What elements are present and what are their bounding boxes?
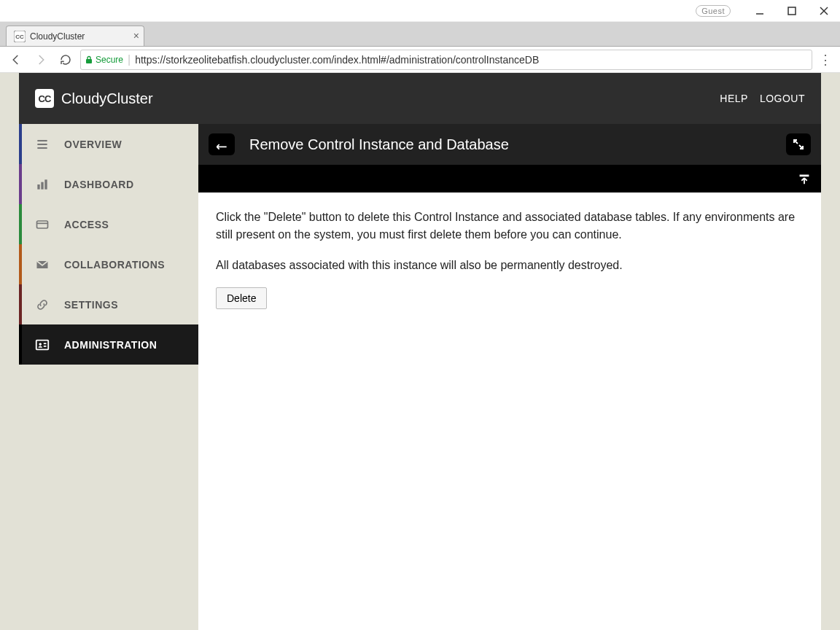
main-panel: Remove Control Instance and Database Cli… xyxy=(198,124,821,630)
browser-toolbar: Secure | https://storkzeolitebatfish.clo… xyxy=(0,47,840,73)
browser-tab[interactable]: CC CloudyCluster × xyxy=(6,26,144,46)
window-maximize-button[interactable] xyxy=(776,0,808,22)
page-viewport: CC CloudyCluster HELP LOGOUT OVERVIEW xyxy=(0,73,840,630)
address-url: https://storkzeolitebatfish.cloudycluste… xyxy=(135,54,539,66)
os-titlebar: Guest xyxy=(0,0,840,22)
svg-rect-16 xyxy=(36,340,49,349)
svg-rect-10 xyxy=(37,184,39,190)
lock-icon xyxy=(85,55,93,64)
sidebar: OVERVIEW DASHBOARD ACCESS xyxy=(19,124,198,630)
header-right: HELP LOGOUT xyxy=(720,93,805,104)
logout-link[interactable]: LOGOUT xyxy=(760,93,805,104)
sidebar-item-label: OVERVIEW xyxy=(64,139,122,150)
nav-back-button[interactable] xyxy=(6,50,26,70)
id-card-icon xyxy=(34,336,51,354)
window-close-button[interactable] xyxy=(808,0,840,22)
favicon-icon: CC xyxy=(14,31,26,42)
page-content: Click the "Delete" button to delete this… xyxy=(198,192,821,630)
app-body: OVERVIEW DASHBOARD ACCESS xyxy=(19,124,821,630)
page-subbar xyxy=(198,165,821,192)
window-minimize-button[interactable] xyxy=(744,0,776,22)
browser-tabstrip: CC CloudyCluster × xyxy=(0,22,840,47)
expand-icon xyxy=(793,139,804,150)
guest-badge: Guest xyxy=(696,5,731,17)
sidebar-item-access[interactable]: ACCESS xyxy=(19,204,198,244)
sidebar-item-label: ACCESS xyxy=(64,219,109,230)
svg-rect-11 xyxy=(41,182,43,189)
svg-rect-6 xyxy=(86,59,92,63)
tab-close-icon[interactable]: × xyxy=(133,31,139,41)
sidebar-item-administration[interactable]: ADMINISTRATION xyxy=(19,324,198,365)
svg-text:CC: CC xyxy=(15,34,24,40)
browser-menu-button[interactable]: ⋮ xyxy=(817,50,834,70)
secure-indicator: Secure xyxy=(85,55,123,65)
svg-point-17 xyxy=(39,343,42,346)
expand-button[interactable] xyxy=(786,133,811,155)
sidebar-item-label: ADMINISTRATION xyxy=(64,339,157,351)
secure-label: Secure xyxy=(96,55,123,65)
page-header: Remove Control Instance and Database xyxy=(198,124,821,165)
nav-forward-button[interactable] xyxy=(31,50,51,70)
app-header: CC CloudyCluster HELP LOGOUT xyxy=(19,73,821,124)
menu-icon xyxy=(34,136,51,153)
upload-icon[interactable] xyxy=(796,171,812,187)
browser-tab-title: CloudyCluster xyxy=(30,31,85,42)
brand-logo-icon: CC xyxy=(35,89,54,108)
address-separator: | xyxy=(128,53,131,66)
sidebar-item-overview[interactable]: OVERVIEW xyxy=(19,124,198,164)
sidebar-item-collaborations[interactable]: COLLABORATIONS xyxy=(19,244,198,284)
link-icon xyxy=(34,296,51,314)
dashboard-icon xyxy=(34,176,51,193)
brand-name: CloudyCluster xyxy=(61,90,153,107)
sidebar-item-label: DASHBOARD xyxy=(64,179,134,190)
svg-rect-13 xyxy=(37,221,48,228)
page-back-button[interactable] xyxy=(209,133,235,155)
back-arrow-icon xyxy=(214,139,229,150)
mail-icon xyxy=(34,256,51,273)
new-tab-button[interactable] xyxy=(152,28,166,43)
content-paragraph-1: Click the "Delete" button to delete this… xyxy=(216,209,804,244)
brand[interactable]: CC CloudyCluster xyxy=(35,89,153,108)
sidebar-item-settings[interactable]: SETTINGS xyxy=(19,284,198,324)
sidebar-item-dashboard[interactable]: DASHBOARD xyxy=(19,164,198,204)
card-icon xyxy=(34,216,51,233)
svg-rect-1 xyxy=(788,7,796,15)
nav-reload-button[interactable] xyxy=(55,50,76,70)
sidebar-item-label: COLLABORATIONS xyxy=(64,259,165,271)
content-paragraph-2: All databases associated with this insta… xyxy=(216,257,804,274)
help-link[interactable]: HELP xyxy=(720,93,748,104)
sidebar-item-label: SETTINGS xyxy=(64,299,118,311)
svg-rect-12 xyxy=(44,179,47,189)
address-bar[interactable]: Secure | https://storkzeolitebatfish.clo… xyxy=(80,50,812,70)
delete-button[interactable]: Delete xyxy=(216,287,267,309)
app-container: CC CloudyCluster HELP LOGOUT OVERVIEW xyxy=(19,73,821,630)
page-title: Remove Control Instance and Database xyxy=(249,136,509,153)
